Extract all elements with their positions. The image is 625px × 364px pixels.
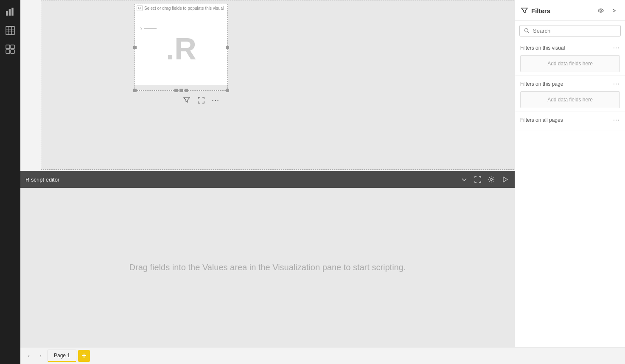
page-next-btn[interactable]: › [36, 351, 46, 361]
filters-on-page-dots[interactable]: ··· [613, 80, 620, 88]
svg-point-16 [525, 29, 528, 32]
page-tab-1[interactable]: Page 1 [48, 350, 76, 362]
filters-title: Filters [531, 7, 550, 14]
filters-on-page-section: Filters on this page ··· Add data fields… [515, 76, 625, 112]
visual-header: ⊙ Select or drag fields to populate this… [135, 4, 227, 12]
svg-point-15 [600, 10, 602, 11]
sidebar-icon-barchart[interactable] [2, 3, 19, 20]
visual-header-icon: ⊙ [137, 5, 143, 11]
filters-on-visual-title: Filters on this visual [520, 45, 565, 51]
filters-on-visual-header: Filters on this visual ··· [520, 44, 620, 52]
filters-on-page-header: Filters on this page ··· [520, 80, 620, 88]
svg-rect-9 [11, 45, 14, 49]
r-visual-widget[interactable]: ⊙ Select or drag fields to populate this… [135, 4, 228, 91]
r-script-title: R script editor [25, 176, 59, 183]
svg-point-12 [490, 179, 493, 181]
filters-header-btns [595, 5, 619, 16]
filters-on-visual-dropzone[interactable]: Add data fields here [520, 55, 620, 72]
visual-body: › .R [135, 12, 227, 85]
search-input[interactable] [533, 28, 616, 34]
handle-dot-1 [174, 89, 178, 92]
filter-header-icon [521, 7, 528, 14]
r-script-settings-btn[interactable] [487, 175, 496, 184]
filters-search-box[interactable] [519, 25, 621, 36]
page-bar: ‹ › Page 1 + [20, 347, 625, 364]
svg-line-17 [528, 32, 529, 33]
svg-rect-10 [6, 50, 10, 53]
resize-handle-br[interactable] [226, 89, 229, 92]
r-script-editor: R script editor [20, 171, 515, 347]
svg-rect-3 [6, 26, 14, 35]
resize-handle-right[interactable] [226, 46, 229, 49]
r-script-header: R script editor [20, 171, 515, 188]
r-script-placeholder-text: Drag fields into the Values area in the … [129, 263, 406, 272]
sidebar-icon-model[interactable] [2, 41, 19, 58]
filters-panel: Filters Filters on this visu [515, 0, 625, 347]
filters-on-page-title: Filters on this page [520, 81, 563, 87]
filters-title-row: Filters [521, 7, 550, 14]
r-script-collapse-btn[interactable] [460, 175, 469, 184]
handle-dot-2 [179, 89, 183, 92]
resize-handle-bottom[interactable] [174, 89, 188, 92]
svg-marker-13 [503, 177, 507, 182]
r-script-body[interactable]: Drag fields into the Values area in the … [20, 188, 515, 347]
filters-on-all-pages-title: Filters on all pages [520, 117, 563, 123]
svg-rect-11 [11, 50, 14, 53]
canvas-area: ⊙ Select or drag fields to populate this… [41, 0, 535, 170]
r-script-run-btn[interactable] [500, 175, 510, 184]
more-visual-btn[interactable]: ··· [210, 95, 221, 106]
page-prev-btn[interactable]: ‹ [24, 351, 34, 361]
visual-r-label: .R [166, 31, 196, 66]
filters-on-page-dropzone[interactable]: Add data fields here [520, 91, 620, 108]
filters-on-all-pages-dots[interactable]: ··· [613, 116, 620, 124]
r-script-expand-btn[interactable] [473, 175, 482, 184]
sidebar-icon-table[interactable] [2, 22, 19, 39]
visual-toolbar: ··· [181, 95, 221, 106]
visual-prompt-icon: › [140, 25, 157, 32]
r-script-controls [460, 175, 510, 184]
svg-rect-2 [11, 8, 13, 16]
svg-point-14 [598, 9, 603, 12]
filters-eye-btn[interactable] [595, 5, 606, 16]
svg-rect-1 [9, 9, 11, 15]
focus-visual-btn[interactable] [196, 95, 207, 106]
filters-on-all-pages-section: Filters on all pages ··· [515, 112, 625, 131]
resize-handle-bl[interactable] [133, 89, 137, 92]
filters-header: Filters [515, 0, 625, 21]
filter-visual-btn[interactable] [181, 95, 192, 106]
page-add-btn[interactable]: + [78, 350, 90, 362]
filters-on-all-pages-header: Filters on all pages ··· [520, 116, 620, 124]
svg-rect-0 [6, 11, 8, 16]
svg-rect-8 [6, 45, 10, 49]
filters-close-btn[interactable] [608, 5, 619, 16]
handle-dot-3 [185, 89, 188, 92]
visual-header-text: Select or drag fields to populate this v… [144, 6, 224, 11]
resize-handle-left[interactable] [133, 46, 137, 49]
search-icon [524, 28, 530, 34]
left-sidebar [0, 0, 20, 364]
filters-on-visual-section: Filters on this visual ··· Add data fiel… [515, 40, 625, 76]
filters-on-visual-dots[interactable]: ··· [613, 44, 620, 52]
